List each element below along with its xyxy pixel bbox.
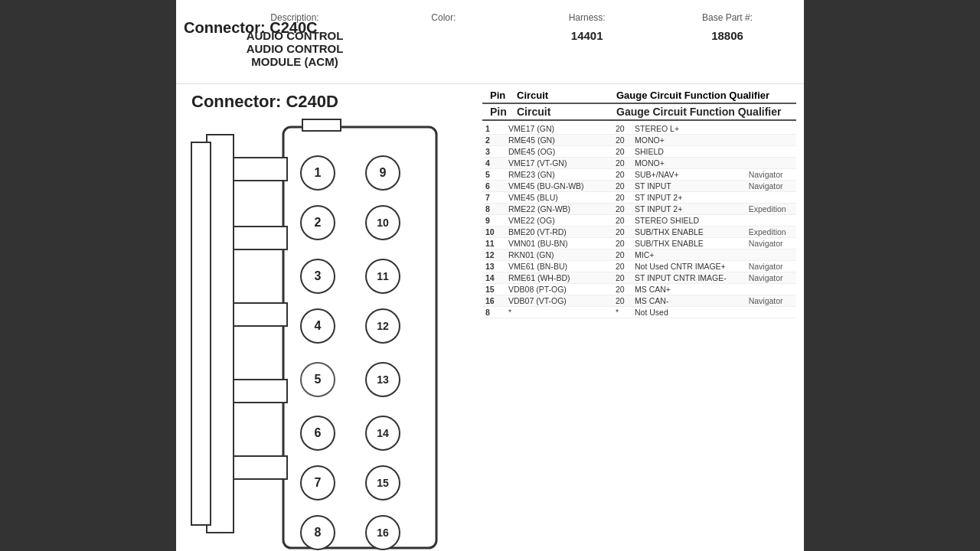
svg-rect-7 — [191, 142, 211, 525]
content-area: Connector: C240D 1 — [176, 84, 804, 551]
table-row: 4VME17 (VT-GN)20MONO+ — [482, 158, 796, 169]
circuit-cell: * — [505, 307, 612, 318]
circuit-cell: RME61 (WH-BD) — [505, 272, 612, 284]
table-row: 6VME45 (BU-GN-WB)20ST INPUTNavigator — [482, 181, 796, 192]
qualifier-cell — [746, 135, 796, 146]
pin-cell: 4 — [482, 158, 505, 169]
function-cell: STEREO SHIELD — [632, 215, 746, 227]
circuit-cell: VME61 (BN-BU) — [505, 261, 612, 272]
svg-text:14: 14 — [377, 427, 389, 439]
pin-cell: 2 — [482, 135, 505, 146]
pin-cell: 8 — [482, 204, 505, 215]
svg-rect-1 — [230, 158, 287, 181]
gauge-cell: 20 — [612, 135, 632, 146]
svg-text:1: 1 — [315, 166, 322, 179]
qualifier-cell: Navigator — [746, 181, 796, 192]
harness-label: Harness: — [541, 12, 633, 23]
svg-text:4: 4 — [315, 319, 322, 332]
table-row: 11VMN01 (BU-BN)20SUB/THX ENABLENavigator — [482, 238, 796, 249]
gauge-cell: * — [612, 307, 632, 318]
gauge-cell: 20 — [612, 169, 632, 181]
svg-rect-2 — [230, 227, 287, 249]
svg-text:11: 11 — [377, 270, 389, 282]
qualifier-cell: Navigator — [746, 295, 796, 307]
circuit-cell: BME20 (VT-RD) — [505, 227, 612, 238]
gauge-cell: 20 — [612, 204, 632, 215]
function-cell: ST INPUT 2+ — [632, 192, 746, 204]
table-row: 12RKN01 (GN)20MIC+ — [482, 249, 796, 261]
pin-cell: 8 — [482, 307, 505, 318]
circuit-cell: RME23 (GN) — [505, 169, 612, 181]
table-row: 9VME22 (OG)20STEREO SHIELD — [482, 215, 796, 227]
gauge-cell: 20 — [612, 238, 632, 249]
gauge-cell: 20 — [612, 192, 632, 204]
svg-rect-3 — [230, 303, 287, 326]
pin-cell: 5 — [482, 169, 505, 181]
pin-cell: 11 — [482, 238, 505, 249]
harness-value: 14401 — [541, 29, 633, 68]
qualifier-cell — [746, 249, 796, 261]
qualifier-cell: Expedition — [746, 204, 796, 215]
qualifier-cell: Navigator — [746, 238, 796, 249]
qualifier-cell — [746, 284, 796, 295]
diagram-area: Connector: C240D 1 — [176, 84, 475, 551]
function-cell: Not Used — [632, 307, 746, 318]
qualifier-cell — [746, 192, 796, 204]
svg-text:9: 9 — [380, 166, 387, 179]
table-header-overlay: Pin Circuit Gauge Circuit Function Quali… — [482, 104, 796, 121]
table-row: 8**Not Used — [482, 307, 796, 318]
circuit-cell: RME45 (GN) — [505, 135, 612, 146]
table-row: 1VME17 (GN)20STEREO L+ — [482, 123, 796, 135]
gauge-cell: 20 — [612, 295, 632, 307]
pin-cell: 3 — [482, 146, 505, 158]
circuit-cell: VME45 (BLU) — [505, 192, 612, 204]
table-area: Pin Circuit Gauge Circuit Function Quali… — [475, 84, 804, 551]
svg-text:15: 15 — [377, 477, 389, 489]
function-cell: MONO+ — [632, 158, 746, 169]
circuit-cell: VME22 (OG) — [505, 215, 612, 227]
table-row: 2RME45 (GN)20MONO+ — [482, 135, 796, 146]
circuit-cell: RME22 (GN-WB) — [505, 204, 612, 215]
svg-rect-40 — [302, 119, 341, 131]
svg-text:13: 13 — [377, 373, 389, 386]
color-label: Color: — [431, 12, 492, 23]
circuit-cell: VME17 (VT-GN) — [505, 158, 612, 169]
function-cell: MS CAN+ — [632, 284, 746, 295]
qualifier-cell: Expedition — [746, 227, 796, 238]
svg-text:5: 5 — [315, 373, 322, 386]
pin-cell: 14 — [482, 272, 505, 284]
qualifier-cell — [746, 146, 796, 158]
svg-rect-4 — [230, 380, 287, 403]
color-value — [431, 29, 492, 68]
circuit-cell: VDB08 (PT-OG) — [505, 284, 612, 295]
base-value: 18806 — [681, 29, 773, 68]
connector-diagram-svg: 1 2 3 4 5 6 — [184, 116, 467, 551]
table-row: 5RME23 (GN)20SUB+/NAV+Navigator — [482, 169, 796, 181]
table-row: 7VME45 (BLU)20ST INPUT 2+ — [482, 192, 796, 204]
table-row: 10BME20 (VT-RD)20SUB/THX ENABLEExpeditio… — [482, 227, 796, 238]
gauge-cell: 20 — [612, 181, 632, 192]
qualifier-cell — [746, 123, 796, 135]
function-cell: Not Used CNTR IMAGE+ — [632, 261, 746, 272]
function-cell: STEREO L+ — [632, 123, 746, 135]
table-row: 8RME22 (GN-WB)20ST INPUT 2+Expedition — [482, 204, 796, 215]
svg-text:7: 7 — [315, 476, 322, 489]
function-cell: SUB+/NAV+ — [632, 169, 746, 181]
svg-text:12: 12 — [377, 320, 389, 332]
connector-c-label: Connector: C240C — [176, 19, 317, 37]
gauge-col-header2: Gauge Circuit Function Qualifier — [616, 106, 789, 118]
header-area: Description: Color: Harness: Base Part #… — [176, 0, 804, 84]
pin-cell: 13 — [482, 261, 505, 272]
pin-cell: 9 — [482, 215, 505, 227]
circuit-cell: VMN01 (BU-BN) — [505, 238, 612, 249]
gauge-cell: 20 — [612, 261, 632, 272]
table-row: 16VDB07 (VT-OG)20MS CAN-Navigator — [482, 295, 796, 307]
right-sidebar — [804, 0, 980, 551]
circuit-cell: VME45 (BU-GN-WB) — [505, 181, 612, 192]
svg-rect-5 — [230, 456, 287, 479]
pin-table: 1VME17 (GN)20STEREO L+2RME45 (GN)20MONO+… — [482, 123, 796, 318]
pin-cell: 15 — [482, 284, 505, 295]
circuit-cell: VDB07 (VT-OG) — [505, 295, 612, 307]
pin-cell: 6 — [482, 181, 505, 192]
function-cell: SHIELD — [632, 146, 746, 158]
